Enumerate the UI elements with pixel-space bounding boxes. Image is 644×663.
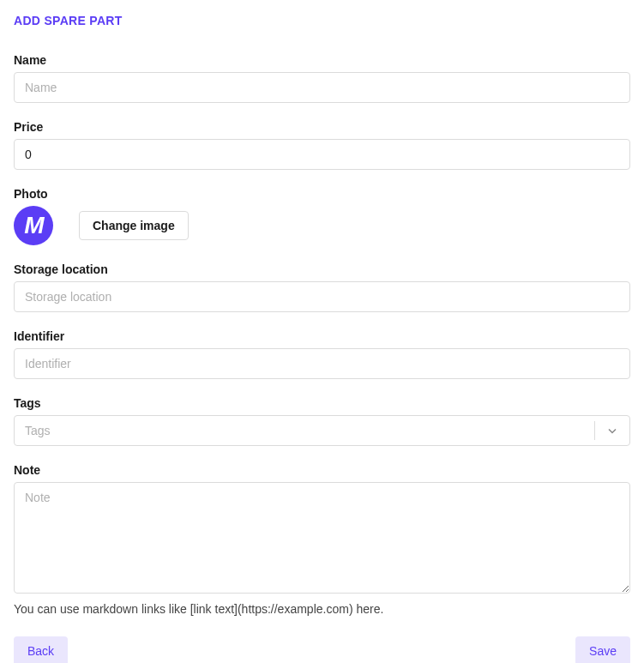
tags-group: Tags Tags	[14, 396, 630, 446]
note-textarea[interactable]	[14, 482, 630, 594]
photo-group: Photo M Change image	[14, 187, 630, 245]
change-image-button[interactable]: Change image	[79, 211, 189, 240]
price-input[interactable]	[14, 139, 630, 170]
identifier-input[interactable]	[14, 348, 630, 379]
back-button[interactable]: Back	[14, 636, 68, 663]
chevron-down-icon	[595, 424, 629, 437]
tags-label: Tags	[14, 396, 630, 410]
save-button[interactable]: Save	[575, 636, 630, 663]
page-title: ADD SPARE PART	[14, 14, 630, 27]
name-input[interactable]	[14, 72, 630, 103]
button-row: Back Save	[14, 636, 630, 663]
storage-location-input[interactable]	[14, 281, 630, 312]
name-group: Name	[14, 53, 630, 103]
tags-placeholder: Tags	[15, 416, 594, 445]
photo-avatar: M	[14, 206, 53, 245]
name-label: Name	[14, 53, 630, 67]
storage-location-group: Storage location	[14, 262, 630, 312]
price-label: Price	[14, 120, 630, 134]
identifier-label: Identifier	[14, 329, 630, 343]
note-group: Note You can use markdown links like [li…	[14, 463, 630, 616]
note-help-text: You can use markdown links like [link te…	[14, 602, 630, 616]
photo-row: M Change image	[14, 206, 630, 245]
identifier-group: Identifier	[14, 329, 630, 379]
photo-label: Photo	[14, 187, 630, 201]
storage-location-label: Storage location	[14, 262, 630, 276]
note-label: Note	[14, 463, 630, 477]
price-group: Price	[14, 120, 630, 170]
tags-select[interactable]: Tags	[14, 415, 630, 446]
